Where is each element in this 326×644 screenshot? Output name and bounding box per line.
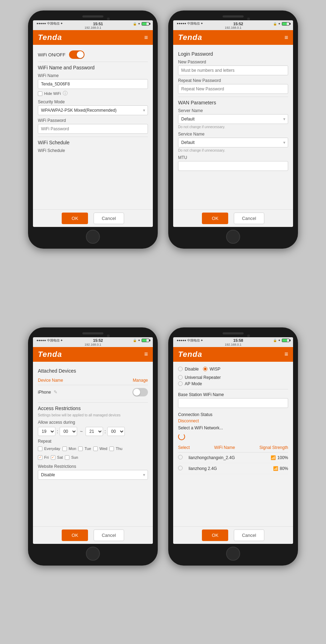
wisp-label: WISP bbox=[210, 367, 220, 372]
wisp-radio[interactable] bbox=[203, 367, 208, 371]
status-signals-4: ●●●●● 中国电信 ✦ bbox=[177, 338, 203, 343]
tenda-logo-1: Tenda bbox=[38, 33, 62, 42]
day-fri: ✓ Fri bbox=[38, 455, 49, 460]
cancel-button-4[interactable]: Cancel bbox=[234, 529, 264, 541]
server-name-label: Server Name bbox=[178, 108, 288, 113]
phone-screen-3: ●●●●● 中国电信 ✦ 15:52 🔒 ✦ 192.168.0.1 Tenda… bbox=[33, 337, 153, 544]
hamburger-menu-2[interactable]: ≡ bbox=[284, 34, 288, 41]
wed-checkbox[interactable] bbox=[93, 446, 98, 451]
time-to-m[interactable]: 00 bbox=[107, 427, 125, 436]
lock-icon-4: 🔒 bbox=[273, 339, 277, 342]
info-icon: ⓘ bbox=[63, 90, 68, 97]
radio-wisp: WISP bbox=[203, 367, 220, 372]
repeat-row-2: ✓ Fri ✓ Sat Sun bbox=[38, 454, 148, 461]
time-row: 19 : 00 ~ 21 : 00 bbox=[38, 427, 148, 436]
wifi-signal-1: 📶 100% bbox=[271, 455, 288, 460]
wifi-select-radio-2[interactable] bbox=[178, 466, 189, 471]
phone-speaker-3 bbox=[82, 332, 103, 334]
screen-content-2: Login Password New Password Repeat New P… bbox=[173, 45, 293, 209]
day-everyday: Everyday bbox=[38, 446, 60, 451]
mtu-label: MTU bbox=[178, 155, 288, 160]
phone-camera-2 bbox=[247, 18, 250, 20]
hide-wifi-checkbox[interactable] bbox=[38, 91, 42, 96]
status-ip-1: 192.168.0.1 bbox=[84, 26, 101, 29]
time-from-m[interactable]: 00 bbox=[60, 427, 77, 436]
time-to-h[interactable]: 21 bbox=[86, 427, 103, 436]
repeat-password-label: Repeat New Password bbox=[178, 78, 288, 83]
sun-checkbox[interactable] bbox=[65, 455, 69, 460]
base-station-input[interactable] bbox=[178, 398, 288, 408]
manage-col: Manage bbox=[133, 378, 148, 383]
disable-label: Disable bbox=[185, 367, 199, 372]
security-mode-label: Security Mode bbox=[38, 99, 148, 104]
repeat-password-input[interactable] bbox=[178, 84, 288, 94]
screen-content-4: Disable WISP Universal Repeater AP Mode … bbox=[173, 362, 293, 526]
mon-label: Mon bbox=[69, 446, 76, 451]
edit-icon[interactable]: ✎ bbox=[54, 389, 57, 395]
battery-icon-1 bbox=[142, 22, 149, 26]
service-name-select[interactable]: Default bbox=[178, 138, 288, 147]
thu-label: Thu bbox=[116, 446, 122, 451]
header-3: Tenda ≡ bbox=[33, 347, 153, 362]
wifi-select-radio-1[interactable] bbox=[178, 455, 189, 461]
wifi-password-input[interactable] bbox=[38, 124, 148, 134]
connection-status-label: Connection Status bbox=[178, 412, 288, 417]
status-ip-4: 192.168.0.1 bbox=[225, 343, 242, 346]
time-from-h[interactable]: 19 bbox=[38, 427, 55, 436]
mon-checkbox[interactable] bbox=[62, 446, 67, 451]
bluetooth-icon-3: ✦ bbox=[138, 339, 141, 342]
wifi-name-col: WiFi Name bbox=[214, 445, 235, 450]
fri-checkbox[interactable]: ✓ bbox=[38, 455, 42, 460]
cancel-button-1[interactable]: Cancel bbox=[94, 213, 124, 224]
service-name-wrapper: Default bbox=[178, 138, 288, 147]
website-restrictions-label: Website Restrictions bbox=[38, 464, 148, 469]
ap-mode-label: AP Mode bbox=[185, 381, 202, 386]
mtu-input[interactable] bbox=[178, 161, 288, 171]
device-toggle[interactable] bbox=[133, 388, 148, 396]
new-password-input[interactable] bbox=[178, 65, 288, 75]
status-time-2: 15:52 bbox=[233, 22, 243, 26]
allow-access-label: Allow access during bbox=[38, 420, 148, 425]
server-name-select[interactable]: Default bbox=[178, 114, 288, 124]
hamburger-menu-4[interactable]: ≡ bbox=[284, 351, 288, 358]
disable-radio[interactable] bbox=[178, 367, 183, 371]
wifi-radio-2[interactable] bbox=[178, 466, 183, 470]
radio-ap-mode: AP Mode bbox=[178, 381, 288, 386]
phone-home-4 bbox=[226, 547, 240, 561]
wifi-name-input[interactable] bbox=[38, 79, 148, 89]
website-select[interactable]: Disable bbox=[38, 470, 148, 480]
hamburger-menu-1[interactable]: ≡ bbox=[144, 34, 148, 41]
wifi-toggle[interactable] bbox=[69, 50, 84, 59]
cancel-button-3[interactable]: Cancel bbox=[94, 529, 124, 541]
bluetooth-icon: ✦ bbox=[138, 22, 141, 26]
wifi-radio-1[interactable] bbox=[178, 455, 183, 459]
wifi-row-2: lianzhong 2.4G 📶 80% bbox=[178, 463, 288, 474]
sat-checkbox[interactable]: ✓ bbox=[51, 455, 55, 460]
day-mon: Mon bbox=[62, 446, 76, 451]
status-bar-3: ●●●●● 中国电信 ✦ 15:52 🔒 ✦ 192.168.0.1 bbox=[33, 337, 153, 347]
thu-checkbox[interactable] bbox=[109, 446, 114, 451]
time-colon-1: : bbox=[57, 429, 58, 434]
login-password-title: Login Password bbox=[178, 51, 288, 57]
ok-button-3[interactable]: OK bbox=[62, 529, 88, 541]
ap-mode-radio[interactable] bbox=[178, 381, 183, 386]
universal-repeater-radio[interactable] bbox=[178, 375, 183, 380]
wifi-signal-2: 📶 80% bbox=[273, 466, 288, 471]
ok-button-1[interactable]: OK bbox=[62, 213, 88, 224]
tue-checkbox[interactable] bbox=[78, 446, 83, 451]
ok-button-2[interactable]: OK bbox=[202, 213, 228, 224]
wifi-password-label: WiFi Password bbox=[38, 118, 148, 123]
status-signals-3: ●●●●● 中国电信 ✦ bbox=[36, 338, 63, 343]
phone-1: ●●●●● 中国电信 ✦ 15:51 🔒 ✦ 192.168.0.1 Tenda… bbox=[28, 11, 158, 249]
status-time-4: 15:58 bbox=[233, 338, 243, 342]
hamburger-menu-3[interactable]: ≡ bbox=[144, 351, 148, 358]
everyday-checkbox[interactable] bbox=[38, 446, 42, 451]
tue-label: Tue bbox=[84, 446, 91, 451]
battery-icon-3 bbox=[142, 339, 149, 342]
security-mode-select[interactable]: WPA/WPA2-PSK Mixed(Recommended) bbox=[38, 105, 148, 115]
service-name-label: Service Name bbox=[178, 132, 288, 137]
cancel-button-2[interactable]: Cancel bbox=[234, 213, 264, 224]
ok-button-4[interactable]: OK bbox=[202, 529, 228, 541]
radio-universal-repeater: Universal Repeater bbox=[178, 375, 288, 380]
day-wed: Wed bbox=[93, 446, 107, 451]
